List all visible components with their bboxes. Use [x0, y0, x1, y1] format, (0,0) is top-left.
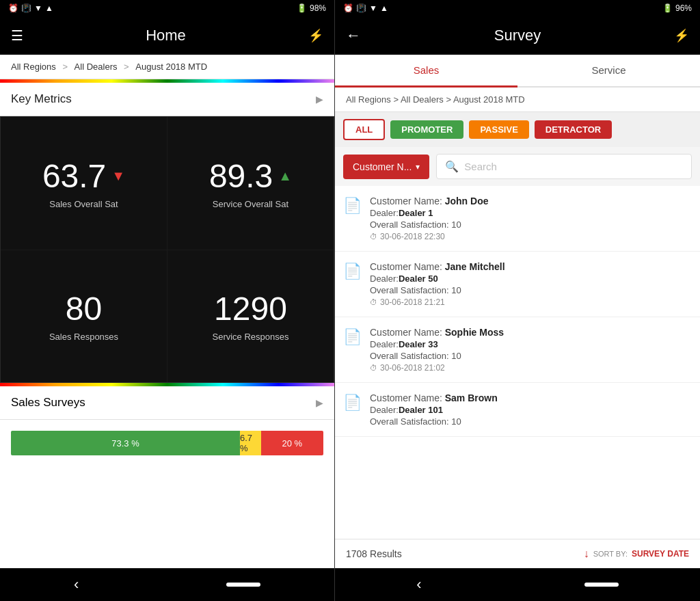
bar-passive: 6.7 %: [240, 431, 261, 455]
result-item[interactable]: 📄 Customer Name: Jane Mitchell Dealer:De…: [335, 252, 700, 317]
bar-promoter: 73.3 %: [11, 431, 240, 455]
results-footer: 1708 Results ↓ SORT BY: SURVEY DATE: [335, 539, 700, 568]
sales-sat-value: 63.7 ▼: [42, 157, 125, 195]
right-dealer: All Dealers: [401, 94, 444, 105]
search-icon: 🔍: [445, 160, 459, 173]
home-header: ☰ Home ⚡: [0, 16, 334, 55]
alarm-icon: ⏰: [8, 3, 18, 13]
result-doc-icon: 📄: [343, 394, 362, 412]
result-date-3: ⏱ 30-06-2018 21:02: [370, 363, 692, 373]
result-content: Customer Name: Sam Brown Dealer:Dealer 1…: [370, 392, 692, 427]
sales-trend-down-icon: ▼: [111, 168, 125, 184]
survey-bar: 73.3 % 6.7 % 20 %: [11, 431, 323, 455]
metrics-grid: 63.7 ▼ Sales Overall Sat 89.3 ▲ Service …: [0, 116, 334, 383]
filter-icon[interactable]: ⚡: [308, 28, 323, 43]
filter-detractor-button[interactable]: DETRACTOR: [535, 120, 612, 139]
result-sat-4: Overall Satisfaction: 10: [370, 416, 692, 427]
sep2: >: [124, 62, 131, 72]
customer-dropdown[interactable]: Customer N... ▾: [343, 155, 429, 179]
result-date-1: ⏱ 30-06-2018 22:30: [370, 232, 692, 241]
left-bottom-nav: ‹: [0, 568, 334, 601]
sort-arrow-icon: ↓: [584, 548, 589, 560]
sales-responses-value: 80: [66, 290, 102, 328]
survey-tabs: Sales Service: [335, 55, 700, 88]
right-sep1: >: [393, 94, 401, 105]
survey-back-button[interactable]: ←: [346, 27, 361, 44]
metric-service-sat[interactable]: 89.3 ▲ Service Overall Sat: [167, 117, 334, 250]
sales-sat-label: Sales Overall Sat: [49, 199, 118, 209]
clock-icon-2: ⏱: [370, 298, 377, 306]
sort-label: SORT BY:: [593, 550, 628, 558]
result-name-1: Customer Name: John Doe: [370, 196, 692, 206]
home-title: Home: [146, 27, 186, 44]
result-dealer-3: Dealer:Dealer 33: [370, 339, 692, 349]
result-dealer-1: Dealer:Dealer 1: [370, 208, 692, 218]
right-back-button[interactable]: ‹: [416, 576, 421, 593]
right-home-button[interactable]: [584, 583, 619, 587]
right-signal-icon: ▼: [369, 3, 377, 13]
right-battery-pct: 96%: [675, 3, 692, 13]
filter-all-button[interactable]: ALL: [343, 119, 385, 140]
tab-sales[interactable]: Sales: [335, 55, 517, 88]
right-bottom-nav: ‹: [335, 568, 700, 601]
result-item[interactable]: 📄 Customer Name: Sam Brown Dealer:Dealer…: [335, 383, 700, 437]
menu-icon[interactable]: ☰: [11, 27, 23, 44]
service-sat-value: 89.3 ▲: [209, 157, 292, 195]
sales-surveys-arrow: ▶: [316, 397, 323, 408]
service-responses-label: Service Responses: [213, 332, 289, 342]
sales-surveys-section: Sales Surveys ▶ 73.3 % 6.7 % 20 %: [0, 386, 334, 568]
survey-header: ← Survey ⚡: [335, 16, 700, 55]
right-status-left: ⏰ 📳 ▼ ▲: [343, 3, 388, 13]
result-dealer-2: Dealer:Dealer 50: [370, 273, 692, 284]
left-home-button[interactable]: [226, 583, 260, 587]
result-dealer-4: Dealer:Dealer 101: [370, 405, 692, 415]
search-box[interactable]: 🔍 Search: [436, 154, 692, 179]
region-label: All Regions: [11, 62, 56, 72]
result-name-3: Customer Name: Sophie Moss: [370, 327, 692, 338]
left-status-battery: 🔋 98%: [297, 3, 326, 13]
filter-promoter-button[interactable]: PROMOTER: [390, 120, 463, 139]
key-metrics-header[interactable]: Key Metrics ▶: [0, 83, 334, 116]
customer-dropdown-label: Customer N...: [353, 161, 412, 172]
sep1: >: [62, 62, 70, 72]
service-sat-label: Service Overall Sat: [213, 199, 288, 209]
result-date-2: ⏱ 30-06-2018 21:21: [370, 297, 692, 307]
left-status-bar: ⏰ 📳 ▼ ▲ 🔋 98%: [0, 0, 334, 16]
result-doc-icon: 📄: [343, 263, 362, 280]
result-sat-2: Overall Satisfaction: 10: [370, 285, 692, 295]
right-vibrate-icon: 📳: [356, 3, 366, 13]
metric-service-responses[interactable]: 1290 Service Responses: [167, 250, 334, 383]
wifi-icon: ▲: [45, 3, 53, 13]
sales-responses-label: Sales Responses: [49, 332, 118, 342]
result-item[interactable]: 📄 Customer Name: John Doe Dealer:Dealer …: [335, 186, 700, 252]
metric-sales-responses[interactable]: 80 Sales Responses: [1, 250, 167, 383]
survey-bar-container: 73.3 % 6.7 % 20 %: [0, 420, 334, 466]
sort-value: SURVEY DATE: [632, 549, 689, 559]
result-sat-1: Overall Satisfaction: 10: [370, 219, 692, 230]
sales-surveys-header[interactable]: Sales Surveys ▶: [0, 386, 334, 420]
left-back-button[interactable]: ‹: [74, 576, 79, 593]
tab-service[interactable]: Service: [517, 55, 700, 88]
right-region: All Regions: [346, 94, 391, 105]
service-responses-value: 1290: [214, 290, 287, 328]
result-name-4: Customer Name: Sam Brown: [370, 392, 692, 403]
result-doc-icon: 📄: [343, 197, 362, 215]
result-doc-icon: 📄: [343, 328, 362, 346]
result-content: Customer Name: Jane Mitchell Dealer:Deal…: [370, 261, 692, 307]
key-metrics-arrow: ▶: [316, 94, 323, 105]
result-name-2: Customer Name: Jane Mitchell: [370, 261, 692, 272]
dealer-label: All Dealers: [75, 62, 118, 72]
survey-title: Survey: [494, 27, 541, 44]
result-item[interactable]: 📄 Customer Name: Sophie Moss Dealer:Deal…: [335, 317, 700, 383]
dropdown-arrow-icon: ▾: [416, 162, 420, 172]
right-period: August 2018 MTD: [453, 94, 525, 105]
right-wifi-icon: ▲: [380, 3, 388, 13]
filter-passive-button[interactable]: PASSIVE: [469, 120, 528, 139]
right-battery-icon: 🔋: [662, 3, 673, 13]
search-row: Customer N... ▾ 🔍 Search: [335, 147, 700, 186]
results-count: 1708 Results: [346, 548, 402, 559]
survey-filter-icon[interactable]: ⚡: [674, 28, 689, 43]
right-status-bar: ⏰ 📳 ▼ ▲ 🔋 96%: [335, 0, 700, 16]
metric-sales-sat[interactable]: 63.7 ▼ Sales Overall Sat: [1, 117, 167, 250]
sort-by-button[interactable]: ↓ SORT BY: SURVEY DATE: [584, 548, 689, 560]
